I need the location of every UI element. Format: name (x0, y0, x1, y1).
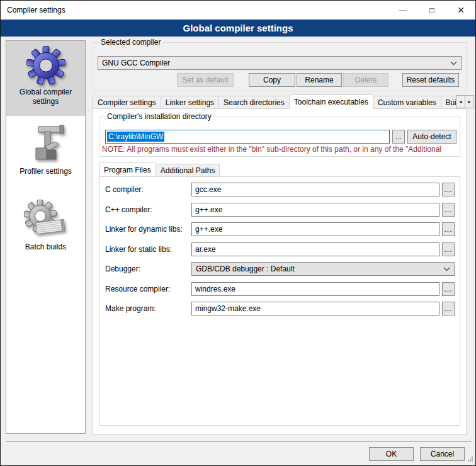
sidebar-item-label: Batch builds (11, 242, 81, 252)
window-title: Compiler settings (1, 6, 65, 14)
close-button[interactable]: × (446, 1, 475, 20)
resource-compiler-label: Resource compiler: (105, 285, 170, 293)
rename-button[interactable]: Rename (297, 73, 342, 87)
footer-divider (6, 441, 472, 442)
make-program-browse-button[interactable]: ... (442, 302, 455, 315)
blue-gear-icon (26, 46, 65, 85)
compiler-select[interactable]: GNU GCC Compiler (98, 56, 462, 70)
make-program-label: Make program: (105, 304, 156, 313)
sidebar-item-batch-builds[interactable]: Batch builds (6, 195, 85, 264)
tab-scroll-right-icon[interactable]: ► (465, 95, 474, 108)
gear-with-stack-icon (24, 200, 68, 240)
tab-linker-settings[interactable]: Linker settings (161, 96, 219, 109)
compiler-select-value: GNU GCC Compiler (102, 59, 170, 67)
cpp-compiler-label: C++ compiler: (105, 205, 152, 214)
tab-custom-variables[interactable]: Custom variables (373, 96, 441, 109)
selected-compiler-group-label: Selected compiler (98, 38, 163, 47)
caption-buttons: — □ × (388, 1, 475, 20)
resource-compiler-input[interactable] (191, 282, 439, 296)
maximize-button[interactable]: □ (417, 1, 446, 20)
tab-compiler-settings[interactable]: Compiler settings (93, 96, 161, 109)
c-compiler-input[interactable] (191, 183, 439, 196)
reset-defaults-button[interactable]: Reset defaults (402, 73, 459, 87)
maximize-icon: □ (429, 6, 434, 15)
compiler-actions: Set as default Copy Rename Delete Reset … (98, 73, 462, 87)
chevron-down-icon (443, 266, 450, 273)
delete-button[interactable]: Delete (343, 73, 388, 87)
bin-subdirectory-note: NOTE: All programs must exist either in … (102, 145, 458, 154)
copy-button[interactable]: Copy (249, 73, 295, 87)
tab-toolchain-executables[interactable]: Toolchain executables (289, 94, 373, 109)
static-linker-input[interactable] (191, 242, 439, 256)
settings-category-list: Global compiler settings Profiler settin… (6, 40, 86, 434)
installation-directory-group-label: Compiler's installation directory (105, 112, 214, 121)
page-title: Global compiler settings (1, 20, 475, 37)
close-icon: × (458, 4, 465, 17)
static-linker-browse-button[interactable]: ... (442, 242, 455, 256)
sidebar-item-profiler-settings[interactable]: Profiler settings (6, 122, 85, 185)
resize-grip[interactable] (468, 457, 469, 458)
sidebar-item-label: Global compiler settings (11, 88, 81, 106)
minimize-icon: — (399, 6, 407, 14)
tab-scroll-left-icon[interactable]: ◄ (456, 95, 465, 108)
cpp-compiler-browse-button[interactable]: ... (442, 203, 455, 217)
install-dir-input[interactable]: C:\raylib\MinGW (105, 130, 390, 144)
cpp-compiler-input[interactable] (191, 203, 439, 217)
tab-search-directories[interactable]: Search directories (218, 96, 290, 109)
tab-program-files[interactable]: Program Files (99, 162, 156, 177)
dynamic-linker-browse-button[interactable]: ... (442, 222, 455, 236)
install-dir-browse-button[interactable]: ... (392, 130, 405, 144)
debugger-select-value: GDB/CDB debugger : Default (196, 264, 295, 273)
compiler-settings-dialog: Compiler settings — □ × Global compiler … (0, 0, 476, 466)
c-compiler-browse-button[interactable]: ... (442, 183, 455, 196)
sidebar-item-label: Profiler settings (11, 167, 81, 176)
tab-scroll-arrows: ◄ ► (456, 95, 473, 108)
dynamic-linker-label: Linker for dynamic libs: (105, 225, 183, 234)
debugger-label: Debugger: (105, 264, 140, 273)
static-linker-label: Linker for static libs: (105, 245, 172, 254)
ok-button[interactable]: OK (369, 447, 414, 461)
caliper-tool-icon (26, 123, 66, 164)
set-as-default-button[interactable]: Set as default (177, 73, 234, 87)
minimize-button[interactable]: — (388, 1, 417, 20)
title-bar[interactable]: Compiler settings — □ × (1, 1, 475, 20)
c-compiler-label: C compiler: (105, 185, 144, 194)
cancel-button[interactable]: Cancel (420, 447, 465, 461)
sidebar-item-global-compiler-settings[interactable]: Global compiler settings (6, 41, 85, 116)
make-program-input[interactable] (191, 302, 439, 315)
resource-compiler-browse-button[interactable]: ... (442, 282, 455, 296)
compiler-settings-tabs: Compiler settings Linker settings Search… (93, 94, 467, 109)
install-dir-selected-text: C:\raylib\MinGW (107, 132, 164, 142)
dynamic-linker-input[interactable] (191, 222, 439, 236)
debugger-select[interactable]: GDB/CDB debugger : Default (191, 262, 455, 276)
program-files-tabs: Program Files Additional Paths (99, 162, 460, 177)
tab-additional-paths[interactable]: Additional Paths (156, 164, 220, 177)
auto-detect-button[interactable]: Auto-detect (407, 130, 456, 144)
chevron-down-icon (450, 60, 457, 67)
